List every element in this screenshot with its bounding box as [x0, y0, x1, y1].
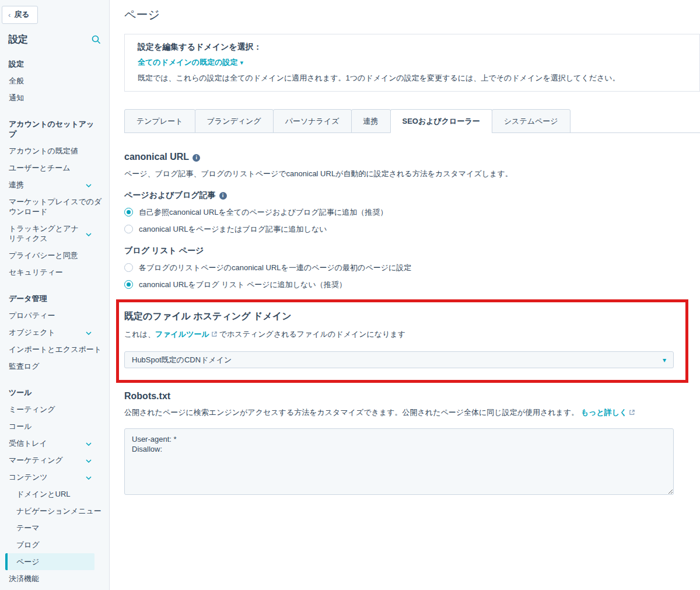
- tab-system-pages[interactable]: システムページ: [492, 109, 570, 133]
- tab-branding[interactable]: ブランディング: [195, 109, 274, 133]
- learn-more-link[interactable]: もっと詳しく: [581, 408, 628, 417]
- sidebar-item-integrations[interactable]: 連携: [0, 176, 109, 193]
- sidebar-item-navigation-menus[interactable]: ナビゲーションメニュー: [0, 502, 109, 519]
- sidebar-item-privacy-consent[interactable]: プライバシーと同意: [0, 247, 109, 264]
- chevron-left-icon: ‹: [8, 11, 10, 19]
- back-button[interactable]: ‹ 戻る: [2, 6, 38, 24]
- sidebar-item-general[interactable]: 全般: [0, 72, 109, 89]
- chevron-down-icon: [86, 327, 92, 337]
- tab-integrations[interactable]: 連携: [351, 109, 391, 133]
- file-hosting-description: これは、ファイルツールでホスティングされるファイルのドメインになります: [124, 329, 674, 340]
- radio-button-unselected[interactable]: [124, 263, 133, 272]
- domain-selector-label: 設定を編集するドメインを選択：: [138, 41, 687, 53]
- sidebar-item-payments[interactable]: 決済機能: [0, 570, 109, 587]
- sidebar-item-users-teams[interactable]: ユーザーとチーム: [0, 159, 109, 176]
- info-icon[interactable]: i: [192, 154, 200, 162]
- info-icon[interactable]: i: [219, 192, 227, 200]
- tab-seo-crawlers[interactable]: SEOおよびクローラー: [390, 109, 492, 133]
- file-hosting-domain-heading: 既定のファイル ホスティング ドメイン: [124, 310, 674, 322]
- chevron-down-icon: [86, 229, 92, 239]
- nav-section-header-settings: 設定: [0, 55, 109, 72]
- nav-section-header-data-management: データ管理: [0, 290, 109, 307]
- robots-txt-description: 公開されたページに検索エンジンがアクセスする方法をカスタマイズできます。公開され…: [124, 407, 700, 418]
- sidebar-item-pages[interactable]: ページ: [5, 553, 94, 570]
- back-button-label: 戻る: [14, 9, 29, 20]
- chevron-down-icon: [86, 455, 92, 465]
- sidebar-item-objects[interactable]: オブジェクト: [0, 324, 109, 341]
- robots-txt-textarea[interactable]: User-agent: * Disallow:: [124, 428, 674, 495]
- canonical-url-heading: canonical URLi: [124, 151, 700, 163]
- select-caret-icon: ▾: [663, 356, 666, 364]
- canonical-url-section: canonical URLi ページ、ブログ記事、ブログのリストページでcano…: [124, 151, 700, 290]
- sidebar-item-tracking-analytics[interactable]: トラッキングとアナリティクス: [0, 220, 109, 247]
- sidebar-item-marketing[interactable]: マーケティング: [0, 452, 109, 469]
- sidebar-item-calls[interactable]: コール: [0, 418, 109, 435]
- sidebar-item-inbox[interactable]: 受信トレイ: [0, 435, 109, 452]
- sidebar-item-meetings[interactable]: ミーティング: [0, 401, 109, 418]
- sidebar-item-marketplace-downloads[interactable]: マーケットプレイスでのダウンロード: [0, 193, 109, 220]
- robots-txt-heading: Robots.txt: [124, 390, 700, 402]
- radio-option-listing-canonical-first-page[interactable]: 各ブログのリストページのcanonical URLを一連のページの最初のページに…: [124, 263, 649, 273]
- file-tool-link[interactable]: ファイルツール: [155, 330, 209, 338]
- settings-sidebar: ‹ 戻る 設定 設定 全般 通知 アカウントのセットアップ アカウントの既定値 …: [0, 0, 110, 590]
- annotation-highlight-box: 既定のファイル ホスティング ドメイン これは、ファイルツールでホスティングされ…: [116, 299, 688, 383]
- chevron-down-icon: [86, 180, 92, 190]
- nav-section-header-account-setup: アカウントのセットアップ: [0, 116, 109, 142]
- search-icon[interactable]: [92, 35, 101, 44]
- radio-option-no-canonical-pages[interactable]: canonical URLをページまたはブログ記事に追加しない: [124, 224, 649, 235]
- sidebar-item-blog[interactable]: ブログ: [0, 536, 109, 553]
- domain-selector-description: 既定では、これらの設定は全てのドメインに適用されます。1つのドメインの設定を変更…: [138, 73, 687, 83]
- canonical-url-description: ページ、ブログ記事、ブログのリストページでcanonical URLが自動的に設…: [124, 169, 700, 179]
- sidebar-nav: 設定 全般 通知 アカウントのセットアップ アカウントの既定値 ユーザーとチーム…: [0, 55, 109, 587]
- radio-button-selected[interactable]: [124, 208, 133, 217]
- domain-selector-dropdown[interactable]: 全てのドメインの既定の設定: [138, 58, 237, 67]
- external-link-icon: [211, 330, 218, 339]
- sidebar-item-themes[interactable]: テーマ: [0, 519, 109, 536]
- tab-templates[interactable]: テンプレート: [124, 109, 195, 133]
- app-window: ‹ 戻る 設定 設定 全般 通知 アカウントのセットアップ アカウントの既定値 …: [0, 0, 700, 590]
- settings-main-panel: ページ 設定を編集するドメインを選択： 全てのドメインの既定の設定▾ 既定では、…: [110, 0, 700, 590]
- radio-button-unselected[interactable]: [124, 225, 133, 233]
- sidebar-item-audit-log[interactable]: 監査ログ: [0, 358, 109, 375]
- domain-selector-box: 設定を編集するドメインを選択： 全てのドメインの既定の設定▾ 既定では、これらの…: [124, 34, 700, 92]
- sidebar-item-content[interactable]: コンテンツ: [0, 469, 109, 486]
- external-link-icon: [629, 409, 635, 417]
- pages-blog-posts-heading: ページおよびブログ記事i: [124, 190, 700, 201]
- sidebar-header: 設定: [8, 33, 101, 46]
- chevron-down-icon: [86, 472, 92, 482]
- sidebar-item-properties[interactable]: プロパティー: [0, 307, 109, 324]
- radio-button-selected[interactable]: [124, 280, 133, 289]
- radio-option-no-canonical-listing[interactable]: canonical URLをブログ リスト ページに追加しない（推奨）: [124, 280, 649, 290]
- settings-tabs: テンプレート ブランディング パーソナライズ 連携 SEOおよびクローラー シス…: [124, 109, 700, 133]
- blog-listing-pages-heading: ブログ リスト ページ: [124, 245, 700, 256]
- tab-personalization[interactable]: パーソナライズ: [273, 109, 352, 133]
- sidebar-item-notifications[interactable]: 通知: [0, 89, 109, 106]
- cdn-domain-select[interactable]: HubSpot既定のCDNドメイン ▾: [124, 351, 674, 368]
- sidebar-item-account-defaults[interactable]: アカウントの既定値: [0, 142, 109, 159]
- chevron-down-icon: [86, 438, 92, 448]
- robots-txt-section: Robots.txt 公開されたページに検索エンジンがアクセスする方法をカスタマ…: [124, 390, 700, 495]
- sidebar-item-import-export[interactable]: インポートとエクスポート: [0, 341, 109, 358]
- sidebar-item-domains-urls[interactable]: ドメインとURL: [0, 486, 109, 502]
- sidebar-item-security[interactable]: セキュリティー: [0, 264, 109, 281]
- nav-section-header-tools: ツール: [0, 384, 109, 401]
- sidebar-title: 設定: [8, 33, 28, 46]
- file-hosting-domain-section: 既定のファイル ホスティング ドメイン これは、ファイルツールでホスティングされ…: [124, 310, 674, 368]
- chevron-down-icon: ▾: [240, 59, 243, 66]
- page-title: ページ: [124, 7, 700, 22]
- radio-option-self-referencing-canonical[interactable]: 自己参照canonical URLを全てのページおよびブログ記事に追加（推奨）: [124, 207, 649, 218]
